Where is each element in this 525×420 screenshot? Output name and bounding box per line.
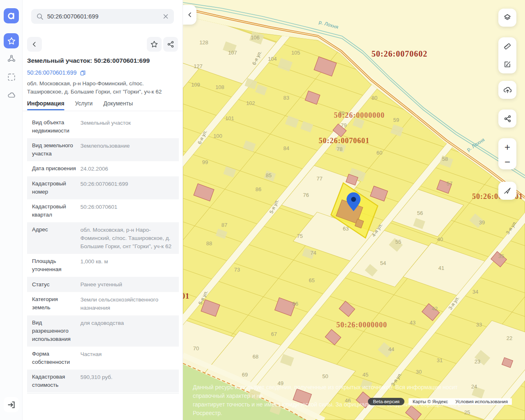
- locate-control: [498, 182, 516, 200]
- parcel-number: 69: [242, 372, 248, 378]
- cadastral-link-row: 50:26:0070601:699: [27, 69, 86, 76]
- sidebar-item-cloud[interactable]: [4, 87, 19, 103]
- collapse-panel-button[interactable]: [183, 5, 196, 25]
- share-icon: [503, 114, 512, 123]
- parcel-number: 63: [343, 226, 349, 232]
- zoom-in-button[interactable]: +: [498, 138, 516, 156]
- parcel-number: 78: [337, 146, 342, 152]
- parcel-number: 25: [464, 409, 470, 415]
- chevron-left-icon: [187, 11, 193, 18]
- map[interactable]: 1281061071051041271091081028310110084807…: [183, 0, 525, 420]
- table-row: Кадастровая стоимость 590,310 руб.: [27, 370, 179, 393]
- plus-icon: +: [504, 142, 510, 152]
- table-row: Адрес обл. Московская, р-н Наро-Фомински…: [27, 222, 179, 254]
- parcel-number: 76: [303, 192, 309, 198]
- sidebar-item-objects[interactable]: [4, 51, 19, 66]
- beta-badge: Beta-версия: [368, 398, 404, 405]
- parcel-number: 80: [372, 95, 377, 101]
- navigation-arrow-icon: [503, 186, 512, 195]
- parcel-number: 101: [225, 115, 234, 121]
- parcel-number: 42: [432, 306, 438, 312]
- tab-services[interactable]: Услуги: [75, 100, 93, 110]
- upload-control: [498, 81, 516, 99]
- tab-documents[interactable]: Документы: [103, 100, 133, 110]
- terms-of-use-link[interactable]: Условия использования: [455, 399, 508, 404]
- parcel-number: 75: [297, 233, 303, 239]
- parcel-number: 34: [472, 289, 478, 295]
- row-value: 24.02.2006: [80, 164, 176, 173]
- sidebar-item-select-area[interactable]: [4, 69, 19, 84]
- upload-layer-button[interactable]: [498, 81, 516, 99]
- parcel-number: 109: [191, 82, 200, 88]
- clear-search-icon[interactable]: [162, 13, 169, 20]
- parcel-number: 88: [206, 240, 212, 247]
- divider: [23, 111, 183, 111]
- parcel-number: 102: [246, 100, 255, 106]
- parcel-number: 67: [271, 331, 277, 337]
- parcel-number: 44: [388, 346, 394, 352]
- search-bar[interactable]: [31, 9, 174, 24]
- share-object-button[interactable]: [163, 37, 178, 52]
- tab-information[interactable]: Информация: [27, 100, 64, 110]
- app-logo[interactable]: [4, 8, 19, 23]
- chevron-left-icon: [31, 41, 38, 48]
- parcel-number: 106: [251, 34, 260, 41]
- my-location-button[interactable]: [498, 182, 516, 200]
- zoom-control: + −: [498, 138, 516, 169]
- parcel-number: 105: [291, 50, 300, 56]
- parcel-number: 73: [234, 267, 240, 273]
- table-row: Площадь уточненная 1,000 кв. м: [27, 254, 179, 277]
- copy-icon[interactable]: [80, 70, 86, 76]
- favorite-button[interactable]: [147, 37, 162, 52]
- layers-button[interactable]: [498, 9, 516, 27]
- sidebar-item-favorites[interactable]: [4, 33, 19, 48]
- map-copyright[interactable]: Карты © Яндекс: [413, 399, 448, 404]
- parcel-number: 54: [380, 260, 386, 266]
- parcel-number: 86: [256, 186, 261, 192]
- share-icon: [167, 40, 175, 48]
- row-label: Вид объекта недвижимости: [32, 119, 80, 135]
- parcel-number: 83: [283, 95, 289, 101]
- login-button[interactable]: [4, 397, 19, 412]
- row-label: Форма собственности: [32, 350, 80, 366]
- row-value: обл. Московская, р-н Наро-Фоминский, с/п…: [80, 226, 176, 251]
- search-input[interactable]: [47, 13, 159, 20]
- zoom-out-button[interactable]: −: [498, 155, 516, 169]
- table-row: Дата присвоения 24.02.2006: [27, 161, 179, 176]
- row-value: 50:26:0070601:699: [80, 180, 176, 196]
- parcel-number: 60: [377, 150, 382, 156]
- share-map-button[interactable]: [498, 110, 516, 128]
- table-row: Вид разрешенного использования для садов…: [27, 315, 179, 347]
- map-canvas[interactable]: 1281061071051041271091081028310110084807…: [183, 0, 525, 420]
- star-icon: [7, 37, 16, 46]
- measure-button[interactable]: [498, 37, 516, 55]
- back-button[interactable]: [27, 37, 42, 52]
- parcel-number: 57: [447, 180, 452, 187]
- cadastral-quarter-label: 50:26:0070602: [372, 49, 427, 58]
- cadastral-quarter-label: 50:26:0000000: [336, 321, 387, 329]
- row-label: Кадастровый квартал: [32, 203, 80, 219]
- parcel-number: 77: [317, 176, 322, 182]
- parcel-number: 84: [283, 145, 289, 151]
- parcel-number: 50: [322, 373, 328, 379]
- left-icon-rail: [0, 0, 23, 420]
- parcel-number: 33: [476, 322, 482, 328]
- parcel-number: 55: [395, 239, 401, 245]
- copyright-bar: Карты © Яндекс Условия использования: [409, 398, 512, 405]
- table-row: Вид объекта недвижимости Земельный участ…: [27, 115, 179, 138]
- row-value: Землепользование: [80, 142, 176, 158]
- cadastral-number-link[interactable]: 50:26:0070601:699: [27, 69, 77, 76]
- ruler-icon: [503, 42, 512, 51]
- row-value: 1,000 кв. м: [80, 257, 176, 274]
- table-row: Форма собственности Частная: [27, 347, 179, 370]
- row-value: Частная: [80, 350, 176, 366]
- logo-a-icon: [7, 11, 16, 21]
- row-label: Площадь уточненная: [32, 257, 80, 274]
- draw-edit-button[interactable]: [498, 55, 516, 73]
- parcel-number: 49: [278, 380, 283, 386]
- tab-bar: Информация Услуги Документы: [27, 100, 133, 110]
- minus-icon: −: [504, 157, 510, 167]
- parcel-number: 66: [292, 301, 298, 307]
- parcel-number: 104: [268, 56, 277, 62]
- parcel-number: 45: [363, 372, 368, 378]
